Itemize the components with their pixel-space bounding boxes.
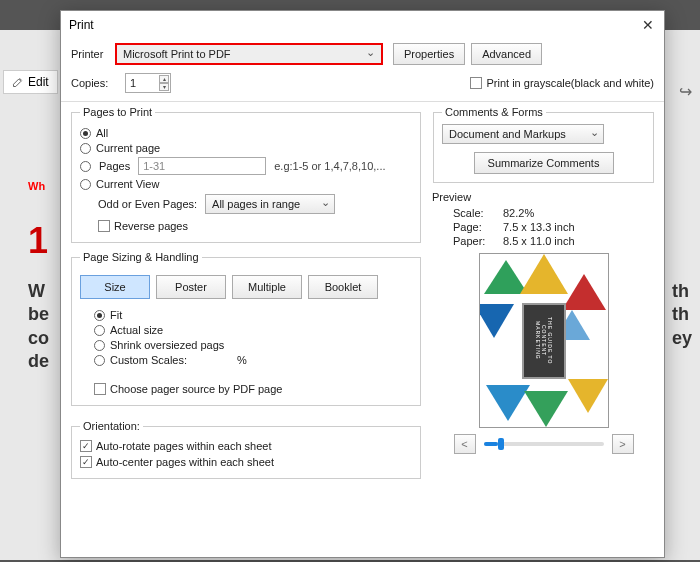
printer-select[interactable]: Microsoft Print to PDF xyxy=(115,43,383,65)
orientation-group: Orientation: ✓Auto-rotate pages within e… xyxy=(71,420,421,479)
radio-current-view[interactable]: Current View xyxy=(80,178,412,190)
radio-actual[interactable]: Actual size xyxy=(94,324,412,336)
edit-button[interactable]: Edit xyxy=(3,70,58,94)
pencil-icon xyxy=(12,76,24,88)
titlebar: Print ✕ xyxy=(61,11,664,39)
next-page-button[interactable]: > xyxy=(612,434,634,454)
auto-rotate-checkbox[interactable]: ✓Auto-rotate pages within each sheet xyxy=(80,440,272,452)
copies-input[interactable]: 1 ▴▾ xyxy=(125,73,171,93)
redo-icon[interactable]: ↪ xyxy=(679,82,692,101)
tab-booklet[interactable]: Booklet xyxy=(308,275,378,299)
tab-poster[interactable]: Poster xyxy=(156,275,226,299)
close-button[interactable]: ✕ xyxy=(638,15,658,35)
bg-number: 1 xyxy=(28,220,48,262)
tab-size[interactable]: Size xyxy=(80,275,150,299)
copies-spinner[interactable]: ▴▾ xyxy=(159,75,169,91)
orient-legend: Orientation: xyxy=(80,420,143,432)
radio-custom[interactable]: Custom Scales:% xyxy=(94,354,412,366)
odd-even-label: Odd or Even Pages: xyxy=(98,198,197,210)
edit-label: Edit xyxy=(28,75,49,89)
ptp-legend: Pages to Print xyxy=(80,106,155,118)
radio-all[interactable]: All xyxy=(80,127,412,139)
choose-source-checkbox[interactable]: Choose pager source by PDF page xyxy=(94,383,282,395)
dialog-title: Print xyxy=(69,18,94,32)
preview-group: Preview Scale:82.2% Page:7.5 x 13.3 inch… xyxy=(433,191,654,456)
preview-badge: THE GUIDE TO CONTENT MARKETING xyxy=(522,303,566,379)
prev-page-button[interactable]: < xyxy=(454,434,476,454)
properties-button[interactable]: Properties xyxy=(393,43,465,65)
copies-value: 1 xyxy=(130,77,136,89)
sizing-legend: Page Sizing & Handling xyxy=(80,251,202,263)
radio-current-page[interactable]: Current page xyxy=(80,142,412,154)
pages-to-print-group: Pages to Print All Current page Pages 1-… xyxy=(71,106,421,243)
checkbox-icon xyxy=(470,77,482,89)
radio-fit[interactable]: Fit xyxy=(94,309,412,321)
preview-thumbnail: THE GUIDE TO CONTENT MARKETING xyxy=(479,253,609,428)
printer-label: Printer xyxy=(71,48,115,60)
odd-even-select[interactable]: All pages in range xyxy=(205,194,335,214)
comments-select[interactable]: Document and Markups xyxy=(442,124,604,144)
copies-label: Copies: xyxy=(71,77,115,89)
grayscale-label: Print in grayscale(black and white) xyxy=(486,77,654,89)
auto-center-checkbox[interactable]: ✓Auto-center pages within each sheet xyxy=(80,456,274,468)
radio-shrink[interactable]: Shrink oversiezed pags xyxy=(94,339,412,351)
print-dialog: Print ✕ Printer Microsoft Print to PDF P… xyxy=(60,10,665,558)
printer-value: Microsoft Print to PDF xyxy=(123,48,231,60)
grayscale-checkbox[interactable]: Print in grayscale(black and white) xyxy=(470,77,654,89)
pages-range-input[interactable]: 1-31 xyxy=(138,157,266,175)
pages-hint: e.g:1-5 or 1,4,7,8,10,... xyxy=(274,160,385,172)
advanced-button[interactable]: Advanced xyxy=(471,43,542,65)
radio-pages[interactable]: Pages 1-31 e.g:1-5 or 1,4,7,8,10,... xyxy=(80,157,412,175)
comments-group: Comments & Forms Document and Markups Su… xyxy=(433,106,654,183)
close-icon: ✕ xyxy=(642,17,654,33)
comments-legend: Comments & Forms xyxy=(442,106,546,118)
sizing-group: Page Sizing & Handling Size Poster Multi… xyxy=(71,251,421,406)
tab-multiple[interactable]: Multiple xyxy=(232,275,302,299)
preview-legend: Preview xyxy=(429,191,474,203)
bg-paragraph-right: ththey xyxy=(672,280,697,350)
page-slider[interactable] xyxy=(484,442,604,446)
reverse-checkbox[interactable]: Reverse pages xyxy=(98,220,188,232)
summarize-button[interactable]: Summarize Comments xyxy=(474,152,614,174)
